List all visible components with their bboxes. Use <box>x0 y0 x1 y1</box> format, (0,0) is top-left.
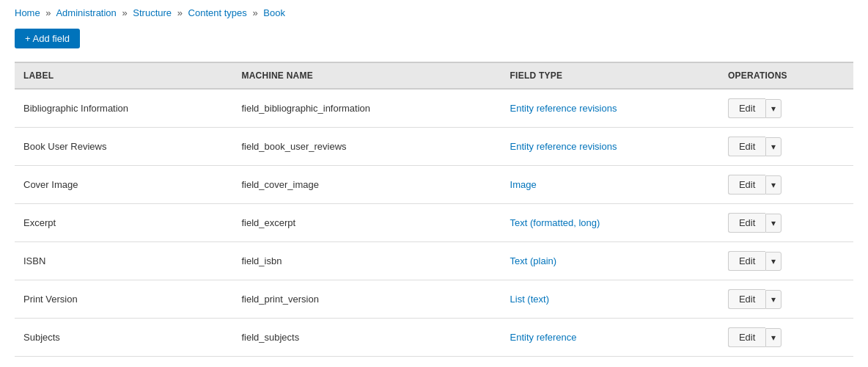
breadcrumb-administration[interactable]: Administration <box>56 7 116 18</box>
cell-machine-name: field_isbn <box>232 242 501 280</box>
cell-field-type[interactable]: List (text) <box>501 280 719 319</box>
cell-operations: Edit ▾ <box>719 166 853 204</box>
breadcrumb-sep-2: » <box>122 7 127 18</box>
cell-field-type[interactable]: Image <box>501 166 719 204</box>
cell-label: Excerpt <box>15 204 232 242</box>
ops-cell: Edit ▾ <box>728 289 845 309</box>
table-row: Cover Image field_cover_image Image Edit… <box>15 166 853 204</box>
breadcrumb-home[interactable]: Home <box>15 7 40 18</box>
cell-label: Book User Reviews <box>15 128 232 166</box>
edit-dropdown-button[interactable]: ▾ <box>765 290 781 309</box>
cell-field-type[interactable]: Entity reference revisions <box>501 89 719 128</box>
cell-operations: Edit ▾ <box>719 280 853 319</box>
col-header-field-type: FIELD TYPE <box>501 62 719 89</box>
ops-cell: Edit ▾ <box>728 251 845 271</box>
cell-field-type[interactable]: Text (plain) <box>501 242 719 280</box>
cell-operations: Edit ▾ <box>719 89 853 128</box>
cell-machine-name: field_cover_image <box>232 166 501 204</box>
ops-cell: Edit ▾ <box>728 175 845 195</box>
edit-dropdown-button[interactable]: ▾ <box>765 175 781 195</box>
table-row: Bibliographic Information field_bibliogr… <box>15 89 853 128</box>
cell-label: ISBN <box>15 242 232 280</box>
edit-dropdown-button[interactable]: ▾ <box>765 328 781 347</box>
cell-machine-name: field_subjects <box>232 319 501 357</box>
edit-button[interactable]: Edit <box>728 327 765 347</box>
fields-table: LABEL MACHINE NAME FIELD TYPE OPERATIONS… <box>15 62 853 357</box>
ops-cell: Edit ▾ <box>728 327 845 347</box>
add-field-button[interactable]: + Add field <box>15 29 80 48</box>
breadcrumb-sep-4: » <box>252 7 257 18</box>
edit-dropdown-button[interactable]: ▾ <box>765 252 781 271</box>
cell-operations: Edit ▾ <box>719 128 853 166</box>
breadcrumb-content-types[interactable]: Content types <box>188 7 247 18</box>
cell-label: Print Version <box>15 280 232 319</box>
edit-button[interactable]: Edit <box>728 213 765 233</box>
field-type-link[interactable]: Entity reference revisions <box>510 103 617 114</box>
cell-field-type[interactable]: Text (formatted, long) <box>501 204 719 242</box>
table-row: Excerpt field_excerpt Text (formatted, l… <box>15 204 853 242</box>
cell-operations: Edit ▾ <box>719 242 853 280</box>
field-type-link[interactable]: List (text) <box>510 294 549 305</box>
edit-button[interactable]: Edit <box>728 251 765 271</box>
table-row: Print Version field_print_version List (… <box>15 280 853 319</box>
edit-dropdown-button[interactable]: ▾ <box>765 137 781 156</box>
edit-button[interactable]: Edit <box>728 137 765 156</box>
field-type-link[interactable]: Text (formatted, long) <box>510 217 600 228</box>
field-type-link[interactable]: Text (plain) <box>510 255 557 266</box>
table-row: Book User Reviews field_book_user_review… <box>15 128 853 166</box>
breadcrumb-sep-1: » <box>45 7 51 18</box>
cell-machine-name: field_excerpt <box>232 204 501 242</box>
breadcrumb-book[interactable]: Book <box>263 7 285 18</box>
cell-machine-name: field_bibliographic_information <box>232 89 501 128</box>
table-row: ISBN field_isbn Text (plain) Edit ▾ <box>15 242 853 280</box>
edit-button[interactable]: Edit <box>728 98 765 118</box>
breadcrumb: Home » Administration » Structure » Cont… <box>15 7 853 18</box>
ops-cell: Edit ▾ <box>728 213 845 233</box>
ops-cell: Edit ▾ <box>728 137 845 156</box>
table-row: Subjects field_subjects Entity reference… <box>15 319 853 357</box>
edit-dropdown-button[interactable]: ▾ <box>765 99 781 118</box>
cell-label: Bibliographic Information <box>15 89 232 128</box>
ops-cell: Edit ▾ <box>728 98 845 118</box>
field-type-link[interactable]: Entity reference revisions <box>510 141 617 152</box>
edit-button[interactable]: Edit <box>728 289 765 309</box>
edit-button[interactable]: Edit <box>728 175 765 195</box>
col-header-label: LABEL <box>15 62 232 89</box>
edit-dropdown-button[interactable]: ▾ <box>765 214 781 233</box>
field-type-link[interactable]: Entity reference <box>510 332 577 343</box>
cell-label: Cover Image <box>15 166 232 204</box>
field-type-link[interactable]: Image <box>510 179 537 190</box>
cell-field-type[interactable]: Entity reference revisions <box>501 128 719 166</box>
cell-label: Subjects <box>15 319 232 357</box>
col-header-machine-name: MACHINE NAME <box>232 62 501 89</box>
cell-machine-name: field_book_user_reviews <box>232 128 501 166</box>
cell-machine-name: field_print_version <box>232 280 501 319</box>
breadcrumb-structure[interactable]: Structure <box>133 7 172 18</box>
table-header-row: LABEL MACHINE NAME FIELD TYPE OPERATIONS <box>15 62 853 89</box>
breadcrumb-sep-3: » <box>177 7 183 18</box>
cell-operations: Edit ▾ <box>719 319 853 357</box>
cell-field-type[interactable]: Entity reference <box>501 319 719 357</box>
col-header-operations: OPERATIONS <box>719 62 853 89</box>
cell-operations: Edit ▾ <box>719 204 853 242</box>
